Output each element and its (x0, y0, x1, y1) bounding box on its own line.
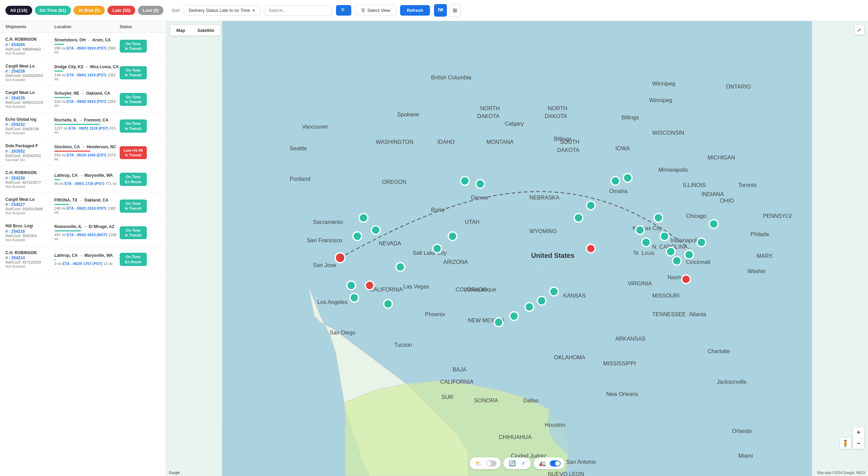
table-row[interactable]: Dole Packaged F # : 203552 Ref/Conf: 352… (0, 139, 166, 166)
ship-company: Echo Global log (5, 117, 54, 122)
ship-id: # : 203552 (5, 149, 54, 154)
table-row[interactable]: Cargill Meat Lo # : 254235 Ref/Conf: 500… (0, 86, 166, 113)
progress-bar (54, 259, 56, 260)
street-view-button[interactable]: 🧍 (840, 438, 851, 449)
ship-status: On Time In Transit (120, 93, 160, 106)
ship-id: # : 254235 (5, 96, 54, 100)
traffic-icon[interactable]: 🔄 (508, 459, 517, 467)
svg-point-119 (685, 250, 693, 259)
loc-from: Rochelle, IL (54, 118, 77, 122)
svg-point-95 (353, 232, 361, 241)
ship-location: Dodge City, KS → Mira Loma, CA 144 mi ET… (54, 64, 119, 81)
search-input[interactable] (269, 8, 323, 13)
svg-text:Omaha: Omaha (609, 188, 628, 194)
main-content: Shipments Location Status C.H. ROBINSON … (0, 21, 868, 476)
map-tab-map[interactable]: Map (170, 25, 191, 36)
loc-arrow-icon: → (87, 38, 91, 42)
svg-point-112 (624, 173, 632, 182)
progress-bar (54, 151, 90, 152)
svg-point-100 (433, 244, 441, 253)
status-badge: On Time In Transit (120, 40, 147, 53)
table-row[interactable]: Cargill Meat Lo # : 254238 Ref/Conf: 500… (0, 60, 166, 87)
svg-text:Atlanta: Atlanta (689, 311, 707, 317)
table-row[interactable]: Cargill Meat Lo # : 254227 Ref/Conf: 500… (0, 193, 166, 220)
svg-text:MISSISSIPPI: MISSISSIPPI (603, 360, 636, 366)
loc-to: Marysville, WA (84, 173, 113, 178)
map-expand-button[interactable]: ⤢ (854, 25, 864, 35)
ship-status: On Time En Route (120, 253, 160, 266)
svg-text:Orlando: Orlando (732, 428, 752, 434)
ship-carrier: Not Availabl (5, 185, 54, 189)
svg-text:Charlotte: Charlotte (708, 348, 730, 354)
table-row[interactable]: C.H. ROBINSON # : 254214 Ref/Conf: 48722… (0, 246, 166, 273)
loc-arrow-icon: → (85, 64, 89, 69)
loc-route: Schuyler, NE → Oakland, CA (54, 91, 119, 96)
table-row[interactable]: C.H. ROBINSON # : 254265 Ref/Conf: 48688… (0, 33, 166, 60)
ship-location: Romeoville, IL → El Mirage, AZ 497 mi ET… (54, 224, 119, 241)
map-view-button[interactable]: 🗺 (434, 4, 447, 17)
tab-atrisk[interactable]: At Risk (0) (74, 6, 105, 15)
check-icon[interactable]: ✓ (520, 459, 527, 467)
svg-text:DAKOTA: DAKOTA (557, 147, 579, 153)
svg-text:MISSOURI: MISSOURI (652, 292, 680, 299)
svg-point-120 (697, 238, 706, 247)
search-button[interactable]: 🔍 (336, 5, 351, 16)
select-view-button[interactable]: ☰ Select View (355, 5, 396, 16)
weather-toggle[interactable] (486, 460, 497, 467)
tab-lost[interactable]: Lost (0) (138, 6, 163, 15)
ship-location: Lathrop, CA → Marysville, WA 0 mi ETA - … (54, 253, 119, 266)
svg-point-122 (365, 281, 374, 290)
truck-toggle[interactable] (550, 460, 561, 467)
filter-tabs: All (116) On Time (61) At Risk (0) Late … (5, 6, 163, 15)
svg-point-98 (384, 300, 392, 308)
loc-from: Stockton, CA (54, 145, 80, 149)
loc-total: 12 mi (103, 262, 113, 266)
grid-view-button[interactable]: ⊞ (449, 4, 461, 17)
svg-text:San Jose: San Jose (313, 262, 336, 268)
ship-carrier: Not Availabl (5, 264, 54, 268)
status-badge: On Time In Transit (120, 66, 147, 79)
weather-icon[interactable]: ⛅ (474, 459, 483, 467)
loc-eta: ETA - 09/02 0819 (MST) (66, 233, 108, 237)
svg-text:PENNSYLV.: PENNSYLV. (763, 213, 793, 219)
ship-status: On Time In Transit (120, 40, 160, 53)
ship-status: On Time En Route (120, 173, 160, 186)
ship-id: # : 254214 (5, 255, 54, 260)
map-tab-satellite[interactable]: Satellite (191, 25, 220, 36)
svg-text:Minneapolis: Minneapolis (658, 167, 688, 173)
svg-point-118 (672, 256, 681, 265)
sort-dropdown[interactable]: Delivery Status Late to on Time ▾ (184, 5, 260, 16)
svg-text:BAJA: BAJA (453, 366, 467, 373)
zoom-in-button[interactable]: + (853, 427, 864, 438)
ship-company: Hill Bros. Logi (5, 224, 54, 229)
progress-bar (54, 97, 71, 98)
status-line1: On Time (126, 201, 141, 206)
status-badge: On Time In Transit (120, 226, 147, 240)
tab-late[interactable]: Late (55) (107, 6, 135, 15)
sort-label: Sort (172, 8, 180, 13)
svg-point-99 (396, 263, 405, 271)
ship-carrier: Not Availabl (5, 78, 54, 82)
status-badge: On Time In Transit (120, 199, 147, 213)
svg-point-110 (587, 201, 595, 210)
ship-ref: Ref/Conf: 352042042 (5, 154, 54, 158)
loc-from: Schuyler, NE (54, 91, 79, 96)
svg-text:Toronto: Toronto (738, 182, 756, 188)
zoom-out-button[interactable]: − (853, 438, 864, 449)
tab-all[interactable]: All (116) (5, 6, 32, 15)
svg-point-115 (654, 213, 663, 222)
table-row[interactable]: Hill Bros. Logi # : 254216 Ref/Conf: 303… (0, 220, 166, 246)
loc-from: Lathrop, CA (54, 253, 78, 258)
refresh-button[interactable]: Refresh (400, 5, 430, 16)
loc-arrow-icon: → (79, 253, 83, 258)
ship-company: C.H. ROBINSON (5, 170, 54, 176)
tab-ontime[interactable]: On Time (61) (35, 6, 71, 15)
table-row[interactable]: C.H. ROBINSON # : 254230 Ref/Conf: 48742… (0, 166, 166, 193)
truck-icon[interactable]: 🚛 (538, 459, 547, 467)
svg-text:Chicago: Chicago (686, 213, 706, 219)
ship-info: Hill Bros. Logi # : 254216 Ref/Conf: 303… (5, 224, 54, 242)
ship-status: On Time In Transit (120, 199, 160, 213)
table-row[interactable]: Echo Global log # : 254232 Ref/Conf: 594… (0, 113, 166, 140)
ship-carrier: Not Availabl (5, 131, 54, 135)
status-line2: In Transit (125, 99, 141, 104)
